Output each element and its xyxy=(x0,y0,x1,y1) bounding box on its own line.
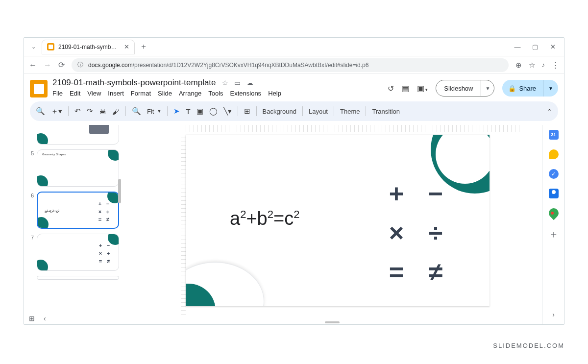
slide-canvas[interactable]: a2+b2=c2 + − × ÷ = ≠ xyxy=(186,135,490,306)
browser-menu-icon[interactable]: ⋮ xyxy=(552,61,559,70)
reload-button[interactable]: ⟳ xyxy=(58,60,65,70)
menu-extensions[interactable]: Extensions xyxy=(230,90,262,97)
filmstrip: 5 Geometry Shapes 6 a²+b²=c² +−×÷=≠ 7 xyxy=(24,125,122,324)
menu-slide[interactable]: Slide xyxy=(158,90,172,97)
speaker-notes-handle[interactable] xyxy=(325,321,340,323)
tab-strip: ⌄ 2109-01-math-symbols-powerp ✕ ＋ ― ▢ ✕ xyxy=(24,38,564,56)
menu-insert[interactable]: Insert xyxy=(108,90,124,97)
print-button[interactable]: 🖶 xyxy=(99,107,106,116)
keep-icon[interactable] xyxy=(549,149,559,159)
new-tab-button[interactable]: ＋ xyxy=(138,42,149,52)
shape-tool[interactable]: ◯ xyxy=(209,107,218,116)
transition-button[interactable]: Transition xyxy=(372,108,400,115)
tab-close-icon[interactable]: ✕ xyxy=(124,43,129,50)
menu-view[interactable]: View xyxy=(87,90,101,97)
browser-window: ⌄ 2109-01-math-symbols-powerp ✕ ＋ ― ▢ ✕ … xyxy=(24,37,564,325)
menu-format[interactable]: Format xyxy=(131,90,151,97)
undo-button[interactable]: ↶ xyxy=(74,107,81,116)
thumb-number-7: 7 xyxy=(29,234,34,271)
history-icon[interactable]: ↺ xyxy=(388,84,394,93)
zoom-level-dropdown[interactable]: Fit▼ xyxy=(147,108,161,115)
slide-thumbnail-5[interactable]: Geometry Shapes xyxy=(37,149,119,187)
zoom-tool-icon[interactable]: 🔍 xyxy=(132,107,141,116)
back-button[interactable]: ← xyxy=(29,61,37,70)
window-close[interactable]: ✕ xyxy=(545,43,560,50)
redo-button[interactable]: ↷ xyxy=(87,107,93,116)
window-maximize[interactable]: ▢ xyxy=(528,43,542,50)
slide-thumbnail-7[interactable]: +−×÷=≠ xyxy=(37,234,119,271)
contacts-icon[interactable] xyxy=(549,189,559,198)
comment-tool[interactable]: ⊞ xyxy=(244,107,250,116)
bookmark-star-icon[interactable]: ☆ xyxy=(529,61,535,70)
background-button[interactable]: Background xyxy=(263,108,296,115)
url-field[interactable]: ⓘ docs.google.com/presentation/d/1D12V2W… xyxy=(72,58,509,72)
menu-help[interactable]: Help xyxy=(268,90,281,97)
slide-thumbnail-4[interactable] xyxy=(37,125,119,145)
prev-slide-icon[interactable]: ‹ xyxy=(44,315,46,322)
theme-button[interactable]: Theme xyxy=(340,108,360,115)
grid-view-icon[interactable]: ⊞ xyxy=(29,315,35,322)
layout-button[interactable]: Layout xyxy=(309,108,328,115)
slideshow-label[interactable]: Slideshow xyxy=(436,85,481,92)
menu-arrange[interactable]: Arrange xyxy=(179,90,201,97)
calendar-icon[interactable] xyxy=(549,130,559,140)
image-tool[interactable]: ▣ xyxy=(196,107,203,116)
select-tool[interactable]: ➤ xyxy=(173,107,180,116)
meet-icon[interactable]: ▣ xyxy=(417,84,428,93)
not-equals-symbol: ≠ xyxy=(416,252,455,291)
plus-symbol: + xyxy=(377,174,416,213)
comments-icon[interactable]: ▤ xyxy=(402,84,409,93)
maps-icon[interactable] xyxy=(546,206,560,220)
menu-edit[interactable]: Edit xyxy=(70,90,80,97)
line-tool[interactable]: ╲▾ xyxy=(223,107,232,116)
address-bar: ← → ⟳ ⓘ docs.google.com/presentation/d/1… xyxy=(24,56,564,74)
media-control-icon[interactable]: ♪ xyxy=(542,61,545,69)
textbox-tool[interactable]: T xyxy=(186,107,190,116)
tabs-dropdown[interactable]: ⌄ xyxy=(28,42,39,52)
url-path: /presentation/d/1D12V2W2Yjg8CrVSOKvxVH1q… xyxy=(133,62,369,69)
browser-tab[interactable]: 2109-01-math-symbols-powerp ✕ xyxy=(42,40,135,54)
tab-title: 2109-01-math-symbols-powerp xyxy=(58,44,120,50)
tasks-icon[interactable] xyxy=(549,169,559,179)
side-panel: ＋ › xyxy=(542,125,564,324)
hide-sidepanel-icon[interactable]: › xyxy=(552,311,555,318)
search-menus-icon[interactable]: 🔍 xyxy=(36,107,45,116)
slides-app: 2109-01-math-symbols-powerpoint-template… xyxy=(24,74,564,324)
horizontal-ruler xyxy=(186,125,523,132)
forward-button[interactable]: → xyxy=(44,61,51,70)
thumb-number-5: 5 xyxy=(29,149,34,187)
slide-thumbnail-6[interactable]: a²+b²=c² +−×÷=≠ xyxy=(37,192,119,229)
url-host: docs.google.com xyxy=(88,62,133,69)
menu-bar: File Edit View Insert Format Slide Arran… xyxy=(52,90,383,97)
watermark-text: SLIDEMODEL.COM xyxy=(493,342,564,349)
times-symbol: × xyxy=(377,213,416,252)
menu-file[interactable]: File xyxy=(52,90,63,97)
menu-tools[interactable]: Tools xyxy=(208,90,223,97)
symbols-grid[interactable]: + − × ÷ = ≠ xyxy=(377,174,455,291)
addons-plus-icon[interactable]: ＋ xyxy=(549,228,559,241)
zoom-indicator-icon[interactable]: ⊕ xyxy=(515,61,522,70)
slide-corner-decoration-bl xyxy=(186,262,264,306)
move-icon[interactable]: ▭ xyxy=(234,79,241,87)
slideshow-button: Slideshow ▼ xyxy=(436,80,494,97)
slideshow-dropdown[interactable]: ▼ xyxy=(481,80,494,96)
filmstrip-scrollbar[interactable] xyxy=(118,179,121,203)
share-label: Share xyxy=(519,85,536,92)
toolbar: 🔍 ＋▾ ↶ ↷ 🖶 🖌 🔍 Fit▼ ➤ T ▣ ◯ ╲▾ ⊞ Backgro… xyxy=(30,101,558,121)
new-slide-button[interactable]: ＋▾ xyxy=(51,107,62,116)
site-info-icon[interactable]: ⓘ xyxy=(77,61,83,69)
document-title[interactable]: 2109-01-math-symbols-powerpoint-template xyxy=(52,78,216,88)
star-icon[interactable]: ☆ xyxy=(222,79,228,87)
minus-symbol: − xyxy=(416,174,455,213)
collapse-toolbar-icon[interactable]: ⌃ xyxy=(547,108,552,115)
canvas-area: a2+b2=c2 + − × ÷ = ≠ xyxy=(122,125,542,324)
paint-format-button[interactable]: 🖌 xyxy=(112,107,120,116)
slides-favicon xyxy=(47,43,54,50)
equation-text[interactable]: a2+b2=c2 xyxy=(230,208,299,229)
share-dropdown[interactable]: ▼ xyxy=(543,80,558,97)
slide-thumbnail-8[interactable] xyxy=(37,276,119,280)
window-minimize[interactable]: ― xyxy=(510,43,525,50)
cloud-status-icon[interactable]: ☁ xyxy=(246,79,253,87)
thumb-number-6: 6 xyxy=(29,192,34,229)
slides-logo[interactable] xyxy=(30,80,48,97)
